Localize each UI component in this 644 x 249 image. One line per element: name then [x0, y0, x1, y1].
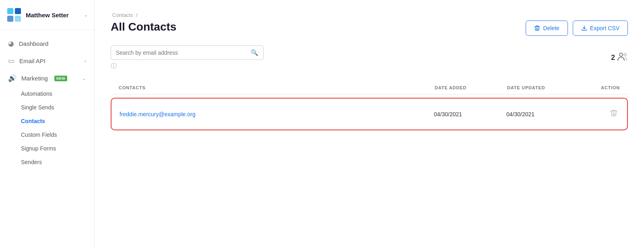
svg-point-5	[624, 54, 626, 56]
contact-count-area: 2	[611, 52, 628, 63]
breadcrumb-parent[interactable]: Contacts	[112, 12, 133, 18]
sidebar-navigation: ◕ Dashboard ▭ Email API › 🔊 Marketing NE…	[0, 30, 94, 174]
sidebar-item-custom-fields[interactable]: Custom Fields	[0, 128, 94, 142]
contacts-icon	[617, 52, 628, 63]
email-api-icon: ▭	[8, 57, 14, 65]
delete-button[interactable]: Delete	[526, 21, 568, 36]
sidebar-item-label: Email API	[19, 58, 45, 64]
user-menu[interactable]: Matthew Setter ⌄	[0, 0, 94, 30]
marketing-icon: 🔊	[8, 74, 17, 82]
dashboard-icon: ◕	[8, 39, 14, 48]
page-header: All Contacts Delete Export CSV	[111, 21, 628, 36]
breadcrumb: Contacts /	[111, 12, 628, 18]
sidebar-item-label: Dashboard	[19, 40, 48, 47]
search-area: 🔍 ⓘ 2	[111, 45, 628, 70]
search-input[interactable]	[116, 49, 251, 56]
date-added-cell: 04/30/2021	[434, 111, 506, 117]
col-contacts: CONTACTS	[119, 85, 435, 90]
svg-rect-2	[7, 16, 13, 22]
chevron-down-icon: ⌄	[84, 12, 88, 18]
col-date-added: DATE ADDED	[435, 85, 507, 90]
col-action: ACTION	[580, 85, 620, 90]
sidebar-item-senders[interactable]: Senders	[0, 155, 94, 169]
sidebar-item-label: Marketing	[21, 75, 48, 82]
sidebar-item-contacts[interactable]: Contacts	[0, 114, 94, 128]
svg-rect-0	[7, 8, 13, 14]
table-header: CONTACTS DATE ADDED DATE UPDATED ACTION	[111, 81, 628, 95]
sidebar-item-email-api[interactable]: ▭ Email API ›	[0, 52, 94, 70]
new-badge: NEW	[54, 76, 68, 81]
sidebar-item-dashboard[interactable]: ◕ Dashboard	[0, 35, 94, 52]
sidebar-item-signup-forms[interactable]: Signup Forms	[0, 142, 94, 155]
search-icon: 🔍	[251, 49, 258, 56]
info-icon: ⓘ	[111, 62, 264, 70]
page-title: All Contacts	[111, 21, 176, 33]
main-content: Contacts / All Contacts Delete Export CS…	[95, 0, 644, 249]
sidebar-sub-label: Single Sends	[21, 104, 54, 111]
trash-icon	[534, 25, 540, 31]
app-logo	[6, 7, 22, 23]
sidebar: Matthew Setter ⌄ ◕ Dashboard ▭ Email API…	[0, 0, 95, 249]
contacts-table: CONTACTS DATE ADDED DATE UPDATED ACTION …	[111, 81, 628, 130]
search-left: 🔍 ⓘ	[111, 45, 264, 70]
breadcrumb-separator: /	[136, 12, 138, 18]
table-row: freddie.mercury@example.org 04/30/2021 0…	[111, 98, 628, 130]
date-updated-cell: 04/30/2021	[506, 111, 579, 117]
trash-row-icon	[610, 109, 617, 117]
delete-label: Delete	[543, 25, 559, 31]
user-name-label: Matthew Setter	[26, 12, 84, 19]
sidebar-item-single-sends[interactable]: Single Sends	[0, 101, 94, 114]
people-icon	[617, 52, 628, 61]
header-actions: Delete Export CSV	[526, 21, 628, 36]
delete-row-button[interactable]	[609, 107, 619, 121]
export-label: Export CSV	[590, 25, 619, 31]
sidebar-sub-label: Signup Forms	[21, 145, 56, 152]
col-date-updated: DATE UPDATED	[507, 85, 580, 90]
svg-rect-1	[15, 8, 21, 14]
sidebar-item-marketing[interactable]: 🔊 Marketing NEW ⌄	[0, 70, 94, 87]
sidebar-sub-label: Custom Fields	[21, 132, 57, 138]
contact-count-number: 2	[611, 54, 615, 62]
chevron-icon: ›	[85, 58, 86, 64]
export-csv-button[interactable]: Export CSV	[573, 21, 628, 36]
svg-rect-3	[15, 16, 21, 22]
action-cell	[579, 107, 619, 121]
sidebar-sub-label: Senders	[21, 159, 42, 165]
search-input-wrapper[interactable]: 🔍	[111, 45, 264, 60]
contact-email[interactable]: freddie.mercury@example.org	[120, 111, 434, 117]
sidebar-sub-label: Automations	[21, 91, 52, 97]
svg-point-4	[619, 53, 623, 56]
sidebar-item-automations[interactable]: Automations	[0, 87, 94, 101]
chevron-down-icon: ⌄	[82, 76, 86, 81]
sidebar-sub-label: Contacts	[21, 118, 45, 124]
download-icon	[581, 25, 587, 31]
